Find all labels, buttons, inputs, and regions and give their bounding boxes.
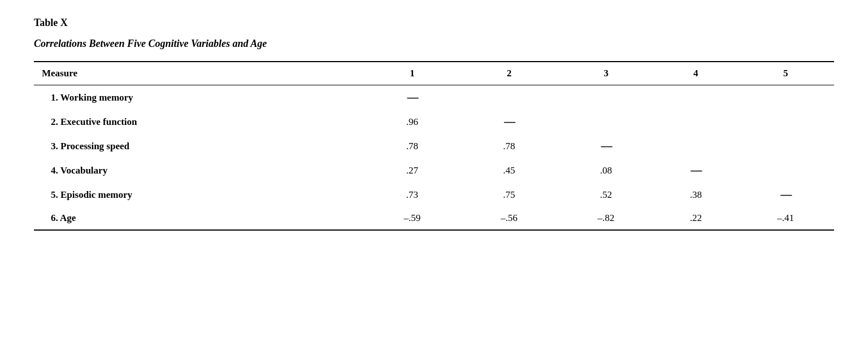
cell-col4 <box>654 85 737 110</box>
correlation-table: Measure 1 2 3 4 5 1. Working memory—2. E… <box>34 61 834 231</box>
cell-col5: — <box>737 183 834 207</box>
cell-col3: .52 <box>558 183 655 207</box>
col-header-4: 4 <box>654 62 737 85</box>
cell-col4 <box>654 110 737 134</box>
cell-measure: 4. Vocabulary <box>34 158 364 183</box>
cell-col4: — <box>654 158 737 183</box>
table-row: 4. Vocabulary.27.45.08— <box>34 158 834 183</box>
cell-col1: .78 <box>364 134 461 158</box>
cell-col1: — <box>364 85 461 110</box>
cell-col5 <box>737 158 834 183</box>
table-row: 1. Working memory— <box>34 85 834 110</box>
cell-col5 <box>737 110 834 134</box>
table-row: 2. Executive function.96— <box>34 110 834 134</box>
col-header-3: 3 <box>558 62 655 85</box>
cell-col4 <box>654 134 737 158</box>
cell-col5 <box>737 134 834 158</box>
table-row: 5. Episodic memory.73.75.52.38— <box>34 183 834 207</box>
cell-col5 <box>737 85 834 110</box>
cell-col2 <box>461 85 558 110</box>
cell-col3 <box>558 85 655 110</box>
cell-col3: –.82 <box>558 207 655 230</box>
table-row: 6. Age–.59–.56–.82.22–.41 <box>34 207 834 230</box>
cell-col1: .27 <box>364 158 461 183</box>
cell-col1: .96 <box>364 110 461 134</box>
cell-col5: –.41 <box>737 207 834 230</box>
cell-measure: 1. Working memory <box>34 85 364 110</box>
cell-col4: .38 <box>654 183 737 207</box>
col-header-measure: Measure <box>34 62 364 85</box>
cell-col1: –.59 <box>364 207 461 230</box>
cell-col2: .45 <box>461 158 558 183</box>
table-title: Correlations Between Five Cognitive Vari… <box>34 38 834 50</box>
cell-col1: .73 <box>364 183 461 207</box>
col-header-5: 5 <box>737 62 834 85</box>
cell-col3 <box>558 110 655 134</box>
cell-col2: .78 <box>461 134 558 158</box>
col-header-2: 2 <box>461 62 558 85</box>
table-label: Table X <box>34 17 834 29</box>
cell-col4: .22 <box>654 207 737 230</box>
cell-measure: 5. Episodic memory <box>34 183 364 207</box>
cell-measure: 2. Executive function <box>34 110 364 134</box>
col-header-1: 1 <box>364 62 461 85</box>
cell-measure: 3. Processing speed <box>34 134 364 158</box>
cell-col2: –.56 <box>461 207 558 230</box>
cell-measure: 6. Age <box>34 207 364 230</box>
cell-col3: — <box>558 134 655 158</box>
cell-col2: — <box>461 110 558 134</box>
cell-col3: .08 <box>558 158 655 183</box>
table-row: 3. Processing speed.78.78— <box>34 134 834 158</box>
cell-col2: .75 <box>461 183 558 207</box>
